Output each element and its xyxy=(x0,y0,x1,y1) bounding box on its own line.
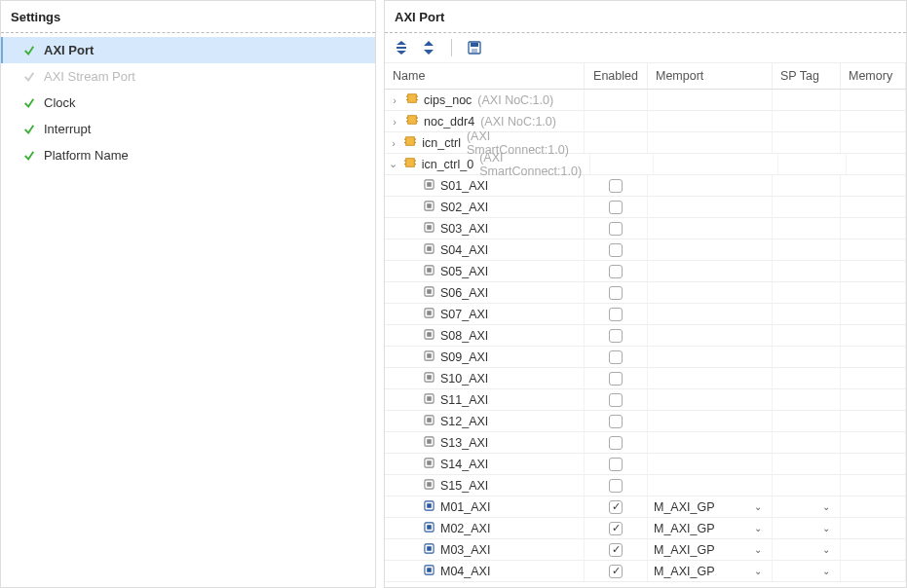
enabled-checkbox[interactable] xyxy=(609,436,623,450)
port-row: S10_AXI xyxy=(385,368,906,389)
svg-rect-15 xyxy=(404,142,406,143)
svg-rect-26 xyxy=(427,203,432,208)
svg-rect-44 xyxy=(427,396,432,401)
col-sptag[interactable]: SP Tag xyxy=(773,63,841,89)
enabled-checkbox[interactable] xyxy=(609,222,623,236)
enabled-checkbox[interactable] xyxy=(609,479,623,493)
svg-rect-50 xyxy=(427,460,432,465)
svg-rect-6 xyxy=(416,95,418,96)
enabled-checkbox[interactable] xyxy=(609,458,623,471)
sptag-dropdown[interactable]: ⌄ xyxy=(778,501,834,512)
expander-icon[interactable]: › xyxy=(389,137,398,149)
enabled-checkbox[interactable] xyxy=(609,308,623,321)
sidebar-item-axi-port[interactable]: AXI Port xyxy=(1,37,375,63)
port-name: S11_AXI xyxy=(440,393,488,407)
port-row: S05_AXI xyxy=(385,261,906,282)
ip-block-icon xyxy=(404,157,416,171)
svg-rect-5 xyxy=(406,99,408,100)
axi-port-icon xyxy=(424,201,435,214)
axi-port-icon xyxy=(424,308,435,321)
svg-rect-42 xyxy=(427,375,432,380)
axi-port-icon xyxy=(424,265,435,278)
port-row: S09_AXI xyxy=(385,347,906,368)
port-name: S13_AXI xyxy=(440,436,488,450)
enabled-checkbox[interactable] xyxy=(609,350,623,364)
chevron-down-icon: ⌄ xyxy=(822,501,830,512)
port-row: M01_AXIM_AXI_GP⌄⌄ xyxy=(385,496,906,518)
axi-port-icon xyxy=(424,543,435,557)
svg-rect-40 xyxy=(427,353,432,358)
enabled-checkbox[interactable] xyxy=(609,201,623,214)
expander-icon[interactable]: › xyxy=(389,94,400,106)
svg-rect-56 xyxy=(427,525,432,530)
memport-dropdown[interactable]: M_AXI_GP⌄ xyxy=(654,522,766,535)
expand-all-icon[interactable] xyxy=(420,39,437,56)
enabled-checkbox[interactable] xyxy=(609,329,623,343)
svg-rect-38 xyxy=(427,332,432,337)
group-row[interactable]: ⌄icn_ctrl_0(AXI SmartConnect:1.0) xyxy=(385,154,906,175)
svg-rect-34 xyxy=(427,289,432,294)
port-row: S12_AXI xyxy=(385,411,906,432)
svg-rect-11 xyxy=(416,117,418,118)
port-row: S08_AXI xyxy=(385,325,906,347)
col-memory[interactable]: Memory xyxy=(841,63,906,89)
enabled-checkbox[interactable] xyxy=(609,565,623,578)
group-name: noc_ddr4 xyxy=(424,115,474,129)
enabled-checkbox[interactable] xyxy=(609,243,623,257)
enabled-checkbox[interactable] xyxy=(609,415,623,428)
sidebar-item-label: Platform Name xyxy=(44,148,129,163)
memport-value: M_AXI_GP xyxy=(654,500,715,514)
svg-rect-22 xyxy=(414,164,416,165)
save-icon[interactable] xyxy=(466,39,483,56)
svg-rect-3 xyxy=(408,94,417,103)
sidebar-item-label: Interrupt xyxy=(44,122,91,136)
port-name: S03_AXI xyxy=(440,222,488,236)
sptag-dropdown[interactable]: ⌄ xyxy=(778,544,834,555)
sptag-dropdown[interactable]: ⌄ xyxy=(778,566,834,576)
sidebar-item-axi-stream-port[interactable]: AXI Stream Port xyxy=(1,63,375,90)
enabled-checkbox[interactable] xyxy=(609,179,623,193)
check-icon xyxy=(20,71,38,83)
svg-rect-52 xyxy=(427,482,432,487)
port-name: S05_AXI xyxy=(440,265,488,278)
memport-dropdown[interactable]: M_AXI_GP⌄ xyxy=(654,543,766,557)
enabled-checkbox[interactable] xyxy=(609,265,623,278)
expander-icon[interactable]: › xyxy=(389,116,400,128)
chevron-down-icon: ⌄ xyxy=(822,523,830,533)
memport-dropdown[interactable]: M_AXI_GP⌄ xyxy=(654,565,766,578)
axiport-title: AXI Port xyxy=(385,1,906,33)
chevron-down-icon: ⌄ xyxy=(822,566,830,576)
enabled-checkbox[interactable] xyxy=(609,522,623,535)
collapse-all-icon[interactable] xyxy=(393,39,410,56)
table-rows: ›cips_noc(AXI NoC:1.0)›noc_ddr4(AXI NoC:… xyxy=(385,90,906,587)
col-enabled[interactable]: Enabled xyxy=(585,63,648,89)
group-row[interactable]: ›cips_noc(AXI NoC:1.0) xyxy=(385,90,906,111)
enabled-checkbox[interactable] xyxy=(609,393,623,407)
col-name[interactable]: Name xyxy=(385,63,585,89)
sptag-dropdown[interactable]: ⌄ xyxy=(778,523,834,533)
sidebar-item-clock[interactable]: Clock xyxy=(1,90,375,116)
enabled-checkbox[interactable] xyxy=(609,372,623,386)
svg-rect-60 xyxy=(427,568,432,572)
enabled-checkbox[interactable] xyxy=(609,500,623,514)
settings-title: Settings xyxy=(1,1,375,33)
memport-dropdown[interactable]: M_AXI_GP⌄ xyxy=(654,500,766,514)
svg-rect-36 xyxy=(427,311,432,315)
axi-port-icon xyxy=(424,565,435,578)
col-memport[interactable]: Memport xyxy=(648,63,773,89)
enabled-checkbox[interactable] xyxy=(609,286,623,300)
port-name: M04_AXI xyxy=(440,565,490,578)
enabled-checkbox[interactable] xyxy=(609,543,623,557)
memport-value: M_AXI_GP xyxy=(654,522,715,535)
svg-rect-14 xyxy=(404,138,406,139)
ip-block-icon xyxy=(404,135,416,150)
expander-icon[interactable]: ⌄ xyxy=(389,158,398,170)
port-name: S14_AXI xyxy=(440,458,488,471)
svg-rect-48 xyxy=(427,439,432,444)
sidebar-item-platform-name[interactable]: Platform Name xyxy=(1,142,375,168)
svg-rect-12 xyxy=(416,121,418,122)
ip-block-icon xyxy=(406,92,418,107)
toolbar xyxy=(385,33,906,63)
chevron-down-icon: ⌄ xyxy=(754,566,762,576)
sidebar-item-interrupt[interactable]: Interrupt xyxy=(1,116,375,142)
